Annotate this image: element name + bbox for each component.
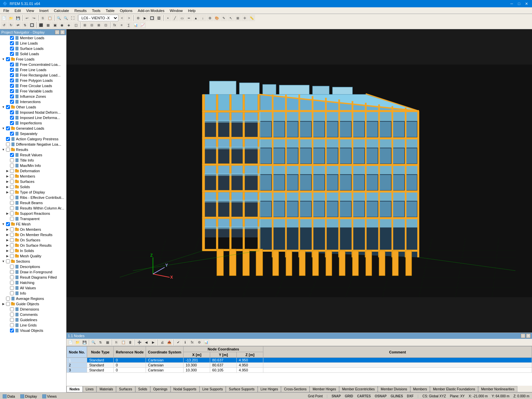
tb-r6[interactable]: ⬛: [38, 22, 44, 28]
tree-checkbox-dimensions[interactable]: [10, 307, 14, 311]
tree-checkbox-average-regions[interactable]: [6, 297, 10, 301]
tree-toggle-free-loads[interactable]: ▼: [1, 57, 5, 61]
tt-sort[interactable]: ⇅: [97, 339, 104, 346]
tree-item-hatching[interactable]: Hatching: [0, 280, 66, 285]
tree-item-imposed-nodal[interactable]: Imposed Nodal Deform...: [0, 110, 66, 115]
tree-checkbox-descriptions[interactable]: [10, 265, 14, 269]
tree-item-guidelines[interactable]: Guidelines: [0, 317, 66, 323]
minimize-button[interactable]: ─: [509, 1, 515, 7]
tt-info[interactable]: ℹ: [182, 339, 189, 346]
tb-r18[interactable]: ∑: [125, 22, 132, 28]
tree-checkbox-imperfections[interactable]: [10, 121, 14, 125]
tree-item-sections[interactable]: ▼Sections: [0, 259, 66, 264]
tree-checkbox-support-reactions[interactable]: [10, 211, 14, 215]
tree-item-title-info[interactable]: Title Info: [0, 158, 66, 163]
tree-toggle-members[interactable]: ▶: [5, 174, 9, 178]
tree-checkbox-surface-loads[interactable]: [10, 47, 14, 51]
tree-item-transparent[interactable]: Transparent: [0, 216, 66, 221]
tt-new[interactable]: 📄: [67, 339, 74, 346]
tb-r9[interactable]: ◉: [59, 22, 65, 28]
tb-open[interactable]: 📁: [8, 15, 14, 21]
tree-checkbox-on-surfaces[interactable]: [10, 238, 14, 242]
tb-calc[interactable]: ⚙: [135, 15, 141, 21]
bottom-tab-member-eccentricities[interactable]: Member Eccentricities: [339, 386, 378, 392]
tree-checkbox-on-members[interactable]: [10, 227, 14, 231]
tree-item-fe-mesh[interactable]: ▼FE Mesh: [0, 221, 66, 227]
tree-toggle-mesh-quality[interactable]: ▶: [5, 254, 9, 258]
tb-r1[interactable]: ↺: [1, 22, 7, 28]
tree-item-on-member-results[interactable]: ▶On Member Results: [0, 232, 66, 237]
lc-dropdown[interactable]: LC6 - VIENTO -X: [78, 15, 118, 21]
tree-checkbox-in-solids[interactable]: [10, 249, 14, 253]
tree-checkbox-comments[interactable]: [10, 313, 14, 317]
maximize-button[interactable]: □: [516, 1, 522, 7]
tree-checkbox-ribs-effective[interactable]: [10, 196, 14, 200]
menu-addons[interactable]: Add-on Modules: [135, 8, 167, 13]
tb-load[interactable]: ↓: [200, 15, 206, 21]
tree-toggle-on-surface-results[interactable]: ▶: [5, 243, 9, 247]
menu-results[interactable]: Results: [72, 8, 89, 13]
tt-calc2[interactable]: ⚙: [196, 339, 202, 346]
tt-prev[interactable]: ◀: [143, 339, 150, 346]
tree-item-influence-zones[interactable]: Influence Zones: [0, 94, 66, 99]
tree-checkbox-guide-objects[interactable]: [6, 302, 10, 306]
tree-item-free-loads[interactable]: ▼Free Loads: [0, 57, 66, 62]
tb-paste[interactable]: 📋: [47, 15, 53, 21]
tree-toggle-other-loads[interactable]: ▼: [1, 105, 5, 109]
tree-checkbox-visual-objects[interactable]: [10, 329, 14, 332]
tree-checkbox-solids[interactable]: [10, 185, 14, 189]
status-views-tab[interactable]: Views: [42, 394, 57, 398]
tb-snap[interactable]: ✛: [241, 15, 248, 21]
tree-item-imposed-line[interactable]: Imposed Line Deforma...: [0, 115, 66, 120]
tb-next-lc[interactable]: >: [126, 15, 132, 21]
tree-item-differentiate[interactable]: Differentiate Negative Loa...: [0, 142, 66, 147]
bottom-tab-cross-sections[interactable]: Cross-Sections: [281, 386, 310, 392]
tb-r11[interactable]: ◫: [72, 22, 79, 28]
tree-toggle-in-solids[interactable]: ▶: [5, 249, 9, 253]
tree-checkbox-free-loads[interactable]: [6, 57, 10, 61]
tree-checkbox-influence-zones[interactable]: [10, 94, 14, 98]
tree-toggle-on-members[interactable]: ▶: [5, 227, 9, 231]
tb-new[interactable]: 📄: [1, 15, 7, 21]
tb-measure[interactable]: 📏: [248, 15, 255, 21]
tb-r3[interactable]: ⇄: [15, 22, 21, 28]
tb-r14[interactable]: ⊠: [95, 22, 102, 28]
tree-checkbox-free-concentrated[interactable]: [10, 63, 14, 66]
tree-toggle-surfaces[interactable]: ▶: [5, 180, 9, 184]
tree-item-descriptions[interactable]: Descriptions: [0, 264, 66, 269]
tree-toggle-on-member-results[interactable]: ▶: [5, 233, 9, 237]
3d-viewport[interactable]: Z X Y: [66, 29, 532, 332]
tree-toggle-generated-loads[interactable]: ▼: [1, 126, 5, 130]
bottom-tab-surfaces[interactable]: Surfaces: [116, 386, 135, 392]
tree-checkbox-line-loads[interactable]: [10, 41, 14, 45]
tree-item-all-values[interactable]: All Values: [0, 285, 66, 291]
tree-toggle-fe-mesh[interactable]: ▼: [1, 222, 5, 226]
tree-checkbox-generated-loads[interactable]: [6, 126, 10, 130]
tree-item-surface-loads[interactable]: Surface Loads: [0, 46, 66, 51]
tree-checkbox-mesh-quality[interactable]: [10, 254, 14, 258]
bottom-panel-close[interactable]: ✕: [526, 333, 531, 338]
menu-edit[interactable]: Edit: [12, 8, 24, 13]
tree-checkbox-all-values[interactable]: [10, 286, 14, 290]
bottom-tab-nodal-supports[interactable]: Nodal Supports: [171, 386, 200, 392]
tree-item-support-reactions[interactable]: ▶Support Reactions: [0, 211, 66, 216]
tree-item-imperfections[interactable]: Imperfections: [0, 120, 66, 126]
tb-view3d[interactable]: 🔲: [149, 15, 155, 21]
tree-item-free-concentrated[interactable]: Free Concentrated Loa...: [0, 62, 66, 67]
tree-item-solids[interactable]: ▶Solids: [0, 184, 66, 190]
tree-item-action-category[interactable]: Action Category Prestress: [0, 136, 66, 142]
tree-toggle-guide-objects[interactable]: ▶: [1, 302, 5, 306]
status-cartes[interactable]: CARTES: [357, 394, 371, 398]
tree-item-ribs-effective[interactable]: Ribs - Effective Contributi...: [0, 195, 66, 200]
tree-checkbox-differentiate[interactable]: [6, 142, 10, 146]
tree-item-free-line[interactable]: Free Line Loads: [0, 67, 66, 72]
tree-checkbox-action-category[interactable]: [6, 137, 10, 141]
menu-options[interactable]: Options: [117, 8, 135, 13]
status-display-tab[interactable]: Display: [20, 394, 37, 398]
tb-redo[interactable]: ↪: [31, 15, 37, 21]
tb-r19[interactable]: 📊: [132, 22, 139, 28]
tb-r17[interactable]: ≡: [118, 22, 125, 28]
tt-save[interactable]: 💾: [81, 339, 88, 346]
tree-item-visual-objects[interactable]: Visual Objects: [0, 328, 66, 333]
tree-checkbox-surfaces[interactable]: [10, 180, 14, 184]
